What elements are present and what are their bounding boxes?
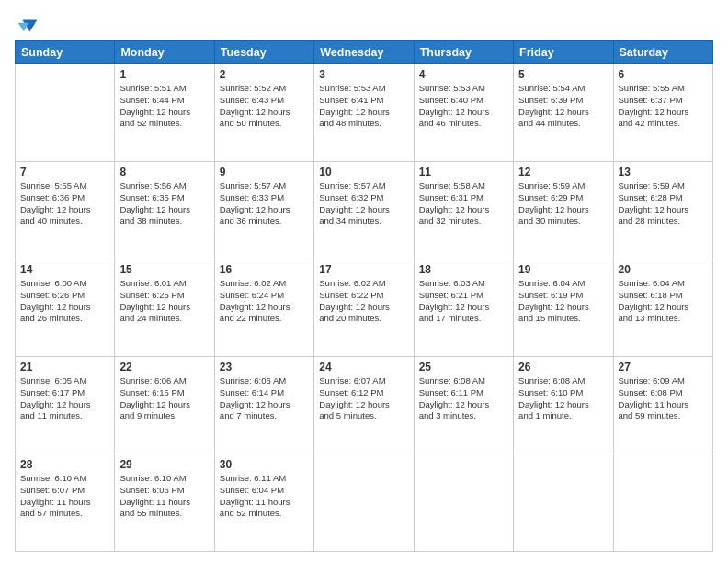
day-number: 8: [119, 166, 209, 178]
day-info: Sunrise: 6:04 AM Sunset: 6:19 PM Dayligh…: [518, 278, 608, 325]
day-number: 21: [20, 361, 109, 373]
day-info: Sunrise: 6:10 AM Sunset: 6:07 PM Dayligh…: [20, 473, 109, 520]
day-info: Sunrise: 5:59 AM Sunset: 6:28 PM Dayligh…: [619, 180, 708, 227]
day-info: Sunrise: 5:56 AM Sunset: 6:35 PM Dayligh…: [119, 180, 209, 227]
calendar-cell: 28Sunrise: 6:10 AM Sunset: 6:07 PM Dayli…: [16, 454, 115, 552]
calendar-cell: [514, 454, 613, 552]
weekday-header-saturday: Saturday: [613, 41, 712, 64]
day-number: 26: [518, 361, 608, 373]
day-number: 7: [20, 166, 109, 178]
calendar-cell: [414, 454, 513, 552]
day-info: Sunrise: 6:02 AM Sunset: 6:22 PM Dayligh…: [319, 278, 408, 325]
calendar-cell: 29Sunrise: 6:10 AM Sunset: 6:06 PM Dayli…: [115, 454, 214, 552]
day-number: 11: [419, 166, 508, 178]
day-info: Sunrise: 6:06 AM Sunset: 6:14 PM Dayligh…: [220, 375, 309, 422]
day-number: 5: [518, 68, 608, 81]
calendar-cell: 22Sunrise: 6:06 AM Sunset: 6:15 PM Dayli…: [115, 357, 214, 454]
calendar-cell: 5Sunrise: 5:54 AM Sunset: 6:39 PM Daylig…: [514, 64, 613, 162]
calendar-cell: 9Sunrise: 5:57 AM Sunset: 6:33 PM Daylig…: [214, 162, 313, 259]
weekday-header-wednesday: Wednesday: [314, 41, 414, 64]
day-number: 9: [220, 166, 309, 178]
day-info: Sunrise: 6:02 AM Sunset: 6:24 PM Dayligh…: [220, 278, 309, 325]
calendar-cell: 12Sunrise: 5:59 AM Sunset: 6:29 PM Dayli…: [514, 162, 613, 259]
day-info: Sunrise: 6:00 AM Sunset: 6:26 PM Dayligh…: [20, 278, 109, 325]
calendar-week-row: 14Sunrise: 6:00 AM Sunset: 6:26 PM Dayli…: [16, 259, 713, 357]
day-info: Sunrise: 5:53 AM Sunset: 6:40 PM Dayligh…: [419, 83, 508, 130]
header: [15, 11, 713, 33]
calendar-cell: 11Sunrise: 5:58 AM Sunset: 6:31 PM Dayli…: [414, 162, 513, 259]
calendar-cell: 24Sunrise: 6:07 AM Sunset: 6:12 PM Dayli…: [314, 357, 414, 454]
day-info: Sunrise: 6:03 AM Sunset: 6:21 PM Dayligh…: [419, 278, 508, 325]
day-number: 25: [419, 361, 508, 373]
calendar-cell: [16, 64, 115, 162]
day-info: Sunrise: 6:10 AM Sunset: 6:06 PM Dayligh…: [119, 473, 209, 520]
day-number: 13: [619, 166, 708, 178]
calendar-cell: 17Sunrise: 6:02 AM Sunset: 6:22 PM Dayli…: [314, 259, 414, 357]
calendar-week-row: 28Sunrise: 6:10 AM Sunset: 6:07 PM Dayli…: [16, 454, 713, 552]
day-info: Sunrise: 5:55 AM Sunset: 6:36 PM Dayligh…: [20, 180, 109, 227]
calendar-week-row: 21Sunrise: 6:05 AM Sunset: 6:17 PM Dayli…: [16, 357, 713, 454]
day-number: 20: [619, 263, 708, 276]
calendar-table: SundayMondayTuesdayWednesdayThursdayFrid…: [15, 40, 713, 552]
day-info: Sunrise: 6:08 AM Sunset: 6:11 PM Dayligh…: [419, 375, 508, 422]
day-number: 27: [619, 361, 708, 373]
day-number: 6: [619, 68, 708, 81]
day-number: 12: [518, 166, 608, 178]
page: SundayMondayTuesdayWednesdayThursdayFrid…: [0, 0, 728, 563]
day-number: 22: [119, 361, 209, 373]
day-info: Sunrise: 6:07 AM Sunset: 6:12 PM Dayligh…: [319, 375, 408, 422]
day-number: 29: [119, 458, 209, 471]
weekday-header-sunday: Sunday: [16, 41, 115, 64]
calendar-cell: 8Sunrise: 5:56 AM Sunset: 6:35 PM Daylig…: [115, 162, 214, 259]
day-info: Sunrise: 6:08 AM Sunset: 6:10 PM Dayligh…: [518, 375, 608, 422]
day-info: Sunrise: 6:05 AM Sunset: 6:17 PM Dayligh…: [20, 375, 109, 422]
calendar-cell: 10Sunrise: 5:57 AM Sunset: 6:32 PM Dayli…: [314, 162, 414, 259]
calendar-cell: 26Sunrise: 6:08 AM Sunset: 6:10 PM Dayli…: [514, 357, 613, 454]
calendar-cell: 15Sunrise: 6:01 AM Sunset: 6:25 PM Dayli…: [115, 259, 214, 357]
day-info: Sunrise: 5:59 AM Sunset: 6:29 PM Dayligh…: [518, 180, 608, 227]
calendar-cell: 25Sunrise: 6:08 AM Sunset: 6:11 PM Dayli…: [414, 357, 513, 454]
day-number: 17: [319, 263, 408, 276]
weekday-header-tuesday: Tuesday: [214, 41, 313, 64]
calendar-cell: 4Sunrise: 5:53 AM Sunset: 6:40 PM Daylig…: [414, 64, 513, 162]
day-info: Sunrise: 5:57 AM Sunset: 6:32 PM Dayligh…: [319, 180, 408, 227]
day-number: 16: [220, 263, 309, 276]
calendar-cell: 20Sunrise: 6:04 AM Sunset: 6:18 PM Dayli…: [613, 259, 712, 357]
day-info: Sunrise: 5:58 AM Sunset: 6:31 PM Dayligh…: [419, 180, 508, 227]
calendar-week-row: 1Sunrise: 5:51 AM Sunset: 6:44 PM Daylig…: [16, 64, 713, 162]
calendar-header-row: SundayMondayTuesdayWednesdayThursdayFrid…: [16, 41, 713, 64]
day-number: 4: [419, 68, 508, 81]
day-number: 3: [319, 68, 408, 81]
weekday-header-thursday: Thursday: [414, 41, 513, 64]
day-number: 15: [119, 263, 209, 276]
calendar-week-row: 7Sunrise: 5:55 AM Sunset: 6:36 PM Daylig…: [16, 162, 713, 259]
day-number: 19: [518, 263, 608, 276]
calendar-cell: 13Sunrise: 5:59 AM Sunset: 6:28 PM Dayli…: [613, 162, 712, 259]
calendar-cell: 19Sunrise: 6:04 AM Sunset: 6:19 PM Dayli…: [514, 259, 613, 357]
day-info: Sunrise: 5:54 AM Sunset: 6:39 PM Dayligh…: [518, 83, 608, 130]
day-number: 18: [419, 263, 508, 276]
day-info: Sunrise: 5:55 AM Sunset: 6:37 PM Dayligh…: [619, 83, 708, 130]
day-number: 30: [220, 458, 309, 471]
calendar-cell: 18Sunrise: 6:03 AM Sunset: 6:21 PM Dayli…: [414, 259, 513, 357]
day-info: Sunrise: 6:01 AM Sunset: 6:25 PM Dayligh…: [119, 278, 209, 325]
day-info: Sunrise: 5:52 AM Sunset: 6:43 PM Dayligh…: [220, 83, 309, 130]
day-number: 14: [20, 263, 109, 276]
day-number: 1: [119, 68, 209, 81]
calendar-cell: 1Sunrise: 5:51 AM Sunset: 6:44 PM Daylig…: [115, 64, 214, 162]
calendar-cell: 3Sunrise: 5:53 AM Sunset: 6:41 PM Daylig…: [314, 64, 414, 162]
day-info: Sunrise: 6:09 AM Sunset: 6:08 PM Dayligh…: [619, 375, 708, 422]
calendar-cell: 2Sunrise: 5:52 AM Sunset: 6:43 PM Daylig…: [214, 64, 313, 162]
calendar-cell: 6Sunrise: 5:55 AM Sunset: 6:37 PM Daylig…: [613, 64, 712, 162]
calendar-cell: 23Sunrise: 6:06 AM Sunset: 6:14 PM Dayli…: [214, 357, 313, 454]
day-number: 23: [220, 361, 309, 373]
weekday-header-friday: Friday: [514, 41, 613, 64]
calendar-cell: 27Sunrise: 6:09 AM Sunset: 6:08 PM Dayli…: [613, 357, 712, 454]
calendar-cell: 14Sunrise: 6:00 AM Sunset: 6:26 PM Dayli…: [16, 259, 115, 357]
day-info: Sunrise: 6:11 AM Sunset: 6:04 PM Dayligh…: [220, 473, 309, 520]
calendar-cell: 16Sunrise: 6:02 AM Sunset: 6:24 PM Dayli…: [214, 259, 313, 357]
day-info: Sunrise: 5:57 AM Sunset: 6:33 PM Dayligh…: [220, 180, 309, 227]
day-number: 28: [20, 458, 109, 471]
calendar-cell: 30Sunrise: 6:11 AM Sunset: 6:04 PM Dayli…: [214, 454, 313, 552]
calendar-cell: 21Sunrise: 6:05 AM Sunset: 6:17 PM Dayli…: [16, 357, 115, 454]
